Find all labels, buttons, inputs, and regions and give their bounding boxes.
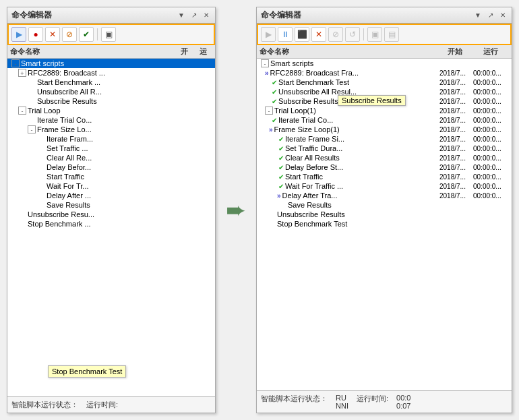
col-name-header: 命令名称: [10, 47, 175, 57]
start-traffic-label: Start Traffic: [47, 173, 84, 181]
tree-item-set-traffic[interactable]: Set Traffic ...: [7, 144, 215, 153]
right-cancel-button[interactable]: ⊘: [328, 27, 343, 42]
tree-item-start-bench[interactable]: Start Benchmark ...: [7, 78, 215, 87]
right-status-time: 00:0 0:07: [396, 394, 410, 410]
left-title-buttons: ▼ ↗ ✕: [176, 11, 211, 19]
right-title-buttons: ▼ ↗ ✕: [472, 11, 508, 19]
right-tree-item-iter-frame[interactable]: ✔ Iterate Frame Si... 2018/7... 00:00:0.…: [257, 134, 512, 144]
right-delay-before-run: 00:00:0...: [473, 164, 510, 171]
expand-trial[interactable]: -: [18, 107, 26, 115]
right-tree-item-unsub-res2[interactable]: Unsubscribe Results: [257, 210, 512, 219]
check-button[interactable]: ✔: [79, 27, 94, 42]
tree-item-rfc[interactable]: + RFC2889: Broadcast ...: [7, 68, 215, 78]
tree-item-sub-res[interactable]: Subscribe Results: [7, 96, 215, 106]
right-tooltip-text: Subscribe Results: [342, 96, 402, 104]
left-tree: - Smart scripts + RFC2889: Broadcast ...…: [7, 59, 215, 396]
right-close-button[interactable]: ✕: [498, 11, 508, 19]
right-wait-for-check-icon: ✔: [278, 183, 284, 190]
right-tree-item-delay-before[interactable]: ✔ Delay Before St... 2018/7... 00:00:0..…: [257, 162, 512, 172]
tree-item-delay-before[interactable]: Delay Befor...: [7, 162, 215, 172]
right-frame-loop-run: 00:00:0...: [473, 126, 510, 133]
frame-loop-label: Frame Size Lo...: [37, 125, 92, 133]
tree-item-clear-all[interactable]: Clear All Re...: [7, 153, 215, 162]
right-stop-button[interactable]: ⬛: [295, 27, 309, 42]
right-col-start-header: 开始: [438, 47, 472, 57]
tree-item-iter-trial[interactable]: Iterate Trial Co...: [7, 115, 215, 125]
tree-item-stop-bench[interactable]: Stop Benchmark ...: [7, 219, 215, 229]
right-start-traffic-start: 2018/7...: [439, 173, 473, 181]
tree-item-unsub-res2[interactable]: Unsubscribe Resu...: [7, 210, 215, 219]
right-smart-label: Smart scripts: [270, 59, 439, 67]
right-tree-item-set-traffic[interactable]: ✔ Set Traffic Dura... 2018/7... 00:00:0.…: [257, 144, 512, 153]
right-arrow-icon: ➨: [226, 196, 246, 224]
unsub-res2-label: Unsubscribe Resu...: [28, 210, 94, 218]
pin-button[interactable]: ▼: [176, 11, 187, 19]
right-tree-item-stop-bench[interactable]: Stop Benchmark Test: [257, 219, 512, 229]
left-panel: 命令编辑器 ▼ ↗ ✕ ▶ ● ✕ ⊘ ✔ ▣ 命令名称 开 运 - Smart…: [7, 7, 216, 413]
right-tree-item-iter-trial[interactable]: ✔ Iterate Trial Co... 2018/7... 00:00:0.…: [257, 115, 512, 125]
right-pause-button[interactable]: ⏸: [278, 27, 293, 42]
right-iter-frame-start: 2018/7...: [439, 136, 473, 143]
right-tree-item-sub-res[interactable]: ✔ Subscribe Results 2018/7... 00:00:0...…: [257, 96, 512, 106]
expand-frame[interactable]: -: [28, 125, 36, 133]
right-iter-frame-check-icon: ✔: [278, 136, 284, 143]
left-tooltip-text: Stop Benchmark Test: [52, 367, 122, 376]
tree-item-start-traffic[interactable]: Start Traffic: [7, 172, 215, 181]
tree-item-unsub-all[interactable]: Unsubscribe All R...: [7, 87, 215, 96]
right-trial-run: 00:00:0...: [473, 107, 510, 115]
right-image2-button[interactable]: ▤: [384, 27, 399, 42]
right-start-bench-check-icon: ✔: [272, 79, 277, 86]
tree-item-save-res[interactable]: Save Results: [7, 200, 215, 210]
right-panel: 命令编辑器 ▼ ↗ ✕ ▶ ⏸ ⬛ ✕ ⊘ ↺ ▣ ▤ 命令名称 开始 运行 -…: [256, 7, 512, 413]
right-iter-frame-run: 00:00:0...: [473, 136, 510, 143]
close-button[interactable]: ✕: [202, 11, 211, 19]
start-bench-label: Start Benchmark ...: [37, 78, 100, 86]
right-tree-item-start-traffic[interactable]: ✔ Start Traffic 2018/7... 00:00:0...: [257, 172, 512, 181]
cancel-button[interactable]: ⊘: [62, 27, 77, 42]
right-rfc-label: RFC2889: Broadcast Fra...: [270, 69, 439, 77]
right-maximize-button[interactable]: ↗: [486, 11, 495, 19]
right-tree-item-frame-loop[interactable]: » Frame Size Loop(1) 2018/7... 00:00:0..…: [257, 125, 512, 134]
tree-item-smart[interactable]: - Smart scripts: [7, 59, 215, 68]
right-tree-item-trial-loop[interactable]: - Trial Loop(1) 2018/7... 00:00:0...: [257, 106, 512, 115]
right-expand-smart[interactable]: -: [261, 59, 269, 67]
right-tree-item-smart[interactable]: - Smart scripts: [257, 59, 512, 68]
right-status-bar: 智能脚本运行状态： RU NNI 运行时间: 00:0 0:07: [257, 390, 512, 413]
right-delete-button[interactable]: ✕: [311, 27, 326, 42]
right-trial-start: 2018/7...: [439, 107, 473, 115]
maximize-button[interactable]: ↗: [189, 11, 199, 19]
right-toolbar: ▶ ⏸ ⬛ ✕ ⊘ ↺ ▣ ▤: [257, 24, 512, 45]
right-sub-res-start: 2018/7...: [439, 98, 473, 105]
record-button[interactable]: ●: [28, 27, 43, 42]
left-title: 命令编辑器: [11, 9, 52, 21]
right-tree-item-rfc[interactable]: » RFC2889: Broadcast Fra... 2018/7... 00…: [257, 68, 512, 78]
image-button[interactable]: ▣: [101, 27, 116, 42]
tree-item-trial-loop[interactable]: - Trial Loop: [7, 106, 215, 115]
tree-item-delay-after[interactable]: Delay After ...: [7, 191, 215, 200]
right-tree-item-clear-all[interactable]: ✔ Clear All Results 2018/7... 00:00:0...: [257, 153, 512, 162]
play-button[interactable]: ▶: [11, 27, 26, 42]
tree-item-wait-for[interactable]: Wait For Tr...: [7, 181, 215, 191]
right-tree-item-save-res[interactable]: Save Results: [257, 200, 512, 210]
right-expand-trial[interactable]: -: [265, 107, 273, 115]
delete-button[interactable]: ✕: [45, 27, 60, 42]
expand-smart[interactable]: -: [11, 59, 20, 67]
right-start-bench-run: 00:00:0...: [473, 79, 510, 86]
right-tree-item-wait-for[interactable]: ✔ Wait For Traffic ... 2018/7... 00:00:0…: [257, 181, 512, 191]
right-pin-button[interactable]: ▼: [472, 11, 483, 19]
save-res-label: Save Results: [47, 201, 90, 209]
tree-item-frame-loop[interactable]: - Frame Size Lo...: [7, 125, 215, 134]
right-refresh-button[interactable]: ↺: [345, 27, 360, 42]
right-play-button[interactable]: ▶: [261, 27, 276, 42]
expand-rfc[interactable]: +: [18, 69, 26, 77]
right-tree-item-delay-after[interactable]: » Delay After Tra... 2018/7... 00:00:0..…: [257, 191, 512, 200]
trial-loop-label: Trial Loop: [28, 107, 61, 115]
tree-item-iter-frame[interactable]: Iterate Fram...: [7, 134, 215, 144]
col-yun-header: 运: [193, 47, 212, 57]
right-tree-item-start-bench[interactable]: ✔ Start Benchmark Test 2018/7... 00:00:0…: [257, 78, 512, 87]
right-frame-loop-label: Frame Size Loop(1): [274, 125, 439, 133]
clear-all-label: Clear All Re...: [47, 154, 92, 162]
left-toolbar: ▶ ● ✕ ⊘ ✔ ▣: [7, 24, 215, 45]
right-rfc-run: 00:00:0...: [473, 69, 510, 77]
right-image1-button[interactable]: ▣: [367, 27, 382, 42]
